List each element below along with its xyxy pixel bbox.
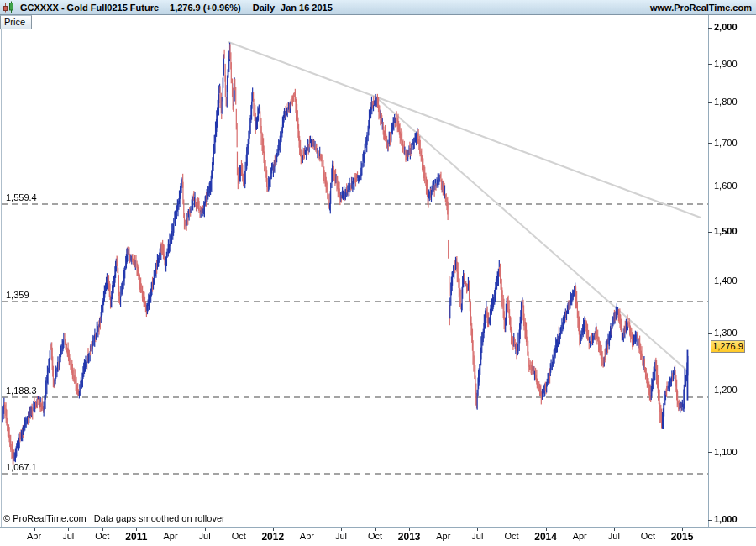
price-level-label: 1,188.3 [6, 386, 37, 396]
rollover-note: Data gaps smoothed on rollover [94, 513, 225, 523]
x-axis-label: Apr [425, 531, 462, 541]
y-axis-label: 1,400 [714, 276, 738, 286]
candlestick-chart-icon [3, 1, 15, 13]
title-bar: GCXXXX - Gold Full0215 Future 1,276.9 (+… [0, 0, 756, 15]
y-axis-label: 1,600 [714, 181, 738, 192]
y-axis-label: 1,200 [714, 385, 738, 396]
x-axis-label: Oct [84, 531, 121, 541]
x-axis-label: Oct [629, 531, 666, 541]
prorealtime-site-label[interactable]: www.ProRealTime.com [650, 3, 752, 13]
x-axis-label: Oct [220, 531, 257, 541]
x-axis-label: Jul [323, 531, 360, 541]
price-level-label: 1,559.4 [6, 192, 37, 202]
x-axis-label: Jul [596, 531, 633, 541]
x-axis-label: 2012 [255, 531, 291, 543]
x-axis-label: Jul [50, 531, 87, 541]
x-axis-label: 2014 [528, 531, 564, 543]
x-axis-label: Jul [459, 531, 496, 541]
y-axis-label: 1,100 [714, 447, 738, 458]
price-chart-canvas[interactable] [0, 0, 756, 546]
instrument-title: GCXXXX - Gold Full0215 Future [20, 3, 159, 13]
timeframe-label: Daily [253, 3, 275, 13]
last-quote: 1,276.9 (+0.96%) [170, 3, 241, 13]
x-axis-label: Apr [16, 531, 53, 541]
x-axis-label: 2015 [664, 531, 701, 543]
last-price-badge: 1,276.9 [711, 340, 745, 353]
x-axis-label: Jul [186, 531, 223, 541]
date-label: Jan 16 2015 [281, 3, 333, 13]
y-axis-label: 2,000 [714, 22, 738, 33]
x-axis-label: Oct [493, 531, 530, 541]
x-axis-label: 2011 [118, 531, 155, 543]
y-axis-label: 1,500 [714, 226, 738, 237]
price-tab[interactable]: Price [0, 15, 32, 29]
price-level-label: 1,067.1 [6, 462, 37, 472]
copyright-text: © ProRealTime.com [3, 513, 87, 523]
price-level-label: 1,359 [6, 290, 29, 300]
y-axis-label: 1,800 [714, 97, 738, 108]
x-axis-label: Apr [288, 531, 325, 541]
x-axis-label: 2013 [391, 531, 428, 543]
x-axis-label: Apr [561, 531, 598, 541]
y-axis-label: 1,300 [714, 328, 738, 339]
x-axis-label: Oct [357, 531, 394, 541]
y-axis-label: 1,700 [714, 138, 738, 149]
copyright-note: © ProRealTime.comData gaps smoothed on r… [3, 513, 225, 523]
y-axis-label: 1,900 [714, 59, 738, 70]
y-axis-label: 1,000 [714, 514, 738, 525]
x-axis-label: Apr [152, 531, 189, 541]
